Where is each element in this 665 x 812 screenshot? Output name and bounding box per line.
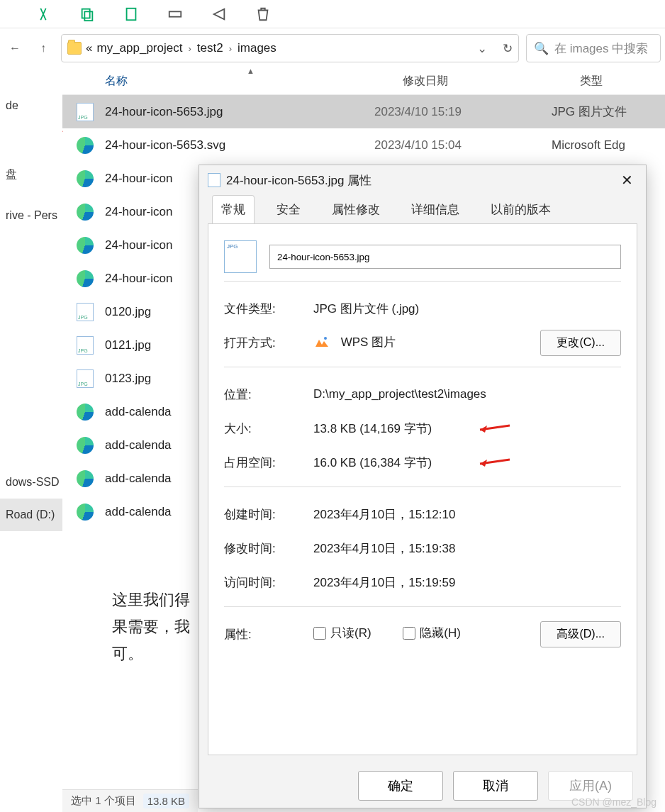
sort-asc-icon: ▲ — [247, 67, 255, 75]
search-input[interactable]: 🔍 在 images 中搜索 — [526, 34, 661, 62]
label-created: 创建时间: — [224, 506, 313, 523]
jpg-file-icon — [208, 173, 220, 187]
file-thumbnail-icon — [224, 240, 257, 273]
svg-point-4 — [324, 337, 327, 340]
edge-file-icon — [75, 469, 95, 489]
label-size: 大小: — [224, 421, 313, 437]
sidebar: de 盘 rive - Pers dows-SSD Road (D:) — [0, 68, 62, 812]
jpg-file-icon — [75, 335, 95, 355]
tab-general[interactable]: 常规 — [212, 195, 255, 223]
advanced-button[interactable]: 高级(D)... — [540, 621, 621, 647]
cut-icon[interactable] — [35, 6, 51, 22]
file-type: Microsoft Edg — [552, 138, 625, 152]
jpg-file-icon — [75, 369, 95, 389]
tab-modify[interactable]: 属性修改 — [323, 195, 389, 223]
file-type: JPG 图片文件 — [552, 104, 627, 120]
label-size-on-disk: 占用空间: — [224, 455, 313, 471]
breadcrumb-seg[interactable]: my_app_project — [96, 41, 182, 55]
search-placeholder: 在 images 中搜索 — [554, 40, 648, 57]
value-accessed: 2023年4月10日，15:19:59 — [313, 574, 621, 591]
value-location: D:\my_app_project\test2\images — [313, 387, 621, 401]
properties-dialog: 24-hour-icon-5653.jpg 属性 ✕ 常规 安全 属性修改 详细… — [199, 165, 647, 808]
header-type[interactable]: 类型 — [580, 74, 665, 89]
label-attributes: 属性: — [224, 626, 313, 643]
breadcrumb[interactable]: « my_app_project › test2 › images ⌄ ↻ — [61, 34, 519, 62]
paste-icon[interactable] — [123, 6, 139, 22]
filename-input[interactable] — [269, 245, 621, 269]
sidebar-item[interactable]: dows-SSD — [0, 466, 62, 499]
jpg-file-icon — [75, 302, 95, 322]
dialog-title: 24-hour-icon-5653.jpg 属性 — [226, 172, 371, 189]
value-openwith: WPS 图片 — [313, 334, 540, 352]
label-filetype: 文件类型: — [224, 301, 313, 317]
edge-file-icon — [75, 135, 95, 155]
edge-file-icon — [75, 235, 95, 255]
refresh-icon[interactable]: ↻ — [503, 41, 513, 56]
breadcrumb-ellipsis: « — [86, 41, 92, 55]
svg-rect-3 — [169, 11, 181, 16]
chevron-down-icon[interactable]: ⌄ — [477, 41, 487, 56]
label-modified: 修改时间: — [224, 540, 313, 557]
tab-previous[interactable]: 以前的版本 — [481, 195, 560, 223]
header-date[interactable]: 修改日期 — [403, 74, 580, 89]
wps-picture-icon — [313, 334, 330, 351]
sidebar-item[interactable]: rive - Pers — [0, 199, 62, 232]
checkbox-readonly[interactable]: 只读(R) — [313, 625, 371, 641]
search-icon: 🔍 — [534, 41, 549, 56]
value-size: 13.8 KB (14,169 字节) — [313, 421, 621, 437]
edge-file-icon — [75, 435, 95, 455]
dialog-body: 文件类型: JPG 图片文件 (.jpg) 打开方式: WPS 图片 更改(C)… — [208, 223, 637, 755]
file-row[interactable]: 24-hour-icon-5653.svg2023/4/10 15:04Micr… — [62, 128, 665, 162]
label-openwith: 打开方式: — [224, 335, 313, 351]
value-created: 2023年4月10日，15:12:10 — [313, 506, 621, 523]
svg-rect-0 — [82, 9, 90, 18]
status-size: 13.8 KB — [143, 794, 189, 808]
file-name: 24-hour-icon-5653.jpg — [105, 105, 374, 119]
breadcrumb-seg[interactable]: images — [238, 41, 276, 55]
folder-icon — [67, 42, 82, 55]
value-size-on-disk: 16.0 KB (16,384 字节) — [313, 455, 621, 471]
svg-rect-1 — [84, 11, 92, 21]
chevron-right-icon: › — [188, 43, 191, 54]
background-paragraph: 这里我们得 果需要，我 可。 — [112, 586, 190, 667]
cancel-button[interactable]: 取消 — [453, 771, 538, 801]
delete-icon[interactable] — [255, 6, 271, 22]
address-row: ← ↑ « my_app_project › test2 › images ⌄ … — [0, 28, 665, 68]
sidebar-item[interactable]: de — [0, 89, 62, 122]
breadcrumb-seg[interactable]: test2 — [197, 41, 223, 55]
status-selected: 选中 1 个项目 — [71, 794, 136, 808]
jpg-file-icon — [75, 102, 95, 122]
nav-back-icon[interactable]: ← — [4, 38, 26, 59]
tab-details[interactable]: 详细信息 — [402, 195, 469, 223]
change-openwith-button[interactable]: 更改(C)... — [540, 330, 621, 356]
dialog-tabs: 常规 安全 属性修改 详细信息 以前的版本 — [199, 195, 646, 223]
edge-file-icon — [75, 402, 95, 422]
close-button[interactable]: ✕ — [614, 169, 640, 191]
checkbox-hidden[interactable]: 隐藏(H) — [403, 625, 461, 641]
edge-file-icon — [75, 202, 95, 222]
edge-file-icon — [75, 269, 95, 289]
copy-icon[interactable] — [79, 6, 95, 22]
tab-security[interactable]: 安全 — [267, 195, 310, 223]
sidebar-item[interactable]: 盘 — [0, 157, 62, 192]
file-row[interactable]: 24-hour-icon-5653.jpg2023/4/10 15:19JPG … — [62, 95, 665, 128]
rename-icon[interactable] — [167, 6, 183, 22]
column-headers: ▲名称 修改日期 类型 — [62, 68, 665, 95]
edge-file-icon — [75, 502, 95, 522]
svg-rect-2 — [127, 8, 136, 20]
ok-button[interactable]: 确定 — [358, 771, 443, 801]
file-name: 24-hour-icon-5653.svg — [105, 138, 374, 152]
value-modified: 2023年4月10日，15:19:38 — [313, 540, 621, 557]
status-bar: 选中 1 个项目 13.8 KB — [62, 789, 198, 812]
file-date: 2023/4/10 15:04 — [374, 138, 552, 152]
watermark: CSDN @mez_Blog — [571, 796, 656, 808]
share-icon[interactable] — [211, 6, 227, 22]
chevron-right-icon: › — [229, 43, 232, 54]
sidebar-item-current-drive[interactable]: Road (D:) — [0, 499, 62, 531]
header-name[interactable]: ▲名称 — [105, 74, 403, 89]
dialog-titlebar: 24-hour-icon-5653.jpg 属性 ✕ — [199, 165, 646, 195]
edge-file-icon — [75, 169, 95, 189]
file-date: 2023/4/10 15:19 — [374, 105, 552, 119]
nav-up-icon[interactable]: ↑ — [33, 38, 54, 59]
value-filetype: JPG 图片文件 (.jpg) — [313, 301, 621, 317]
